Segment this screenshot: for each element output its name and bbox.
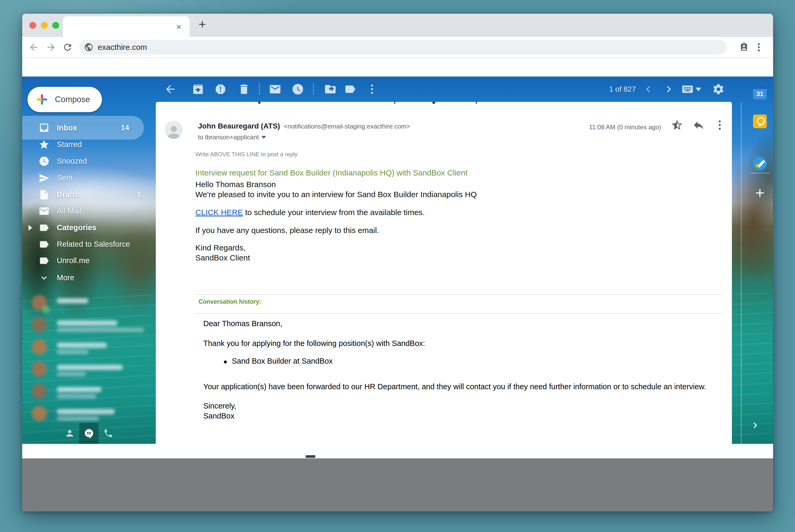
message-time: 11:08 AM (0 minutes ago) [589,124,661,131]
expand-panel-icon[interactable] [749,420,761,431]
history-line2: Your application(s) have been forwarded … [203,382,706,391]
site-globe-icon [84,42,93,52]
calendar-icon[interactable]: 31 [753,86,767,99]
clipped-text-fragment [394,102,395,104]
back-icon[interactable] [29,42,39,53]
reload-icon[interactable] [62,42,73,53]
avatar [32,339,47,355]
labels-icon[interactable] [344,83,356,96]
mark-unread-icon[interactable] [269,83,281,96]
send-icon [39,173,50,184]
draft-icon [39,189,50,200]
tab-close-icon[interactable]: × [174,22,184,32]
contact-row[interactable] [22,292,156,315]
browser-window: × + exacthire.com [22,14,773,511]
reply-icon[interactable] [692,119,705,131]
contact-row[interactable] [22,381,156,403]
email-card: John Beauregard (ATS) <notifications@ema… [156,102,732,444]
message-more-icon[interactable] [714,119,726,131]
history-closing2: SandBox [203,412,235,420]
tree-silhouette [746,129,773,224]
compose-plus-icon [36,93,48,106]
email-closing2: SandBox Client [196,253,250,262]
expand-arrow-icon[interactable] [29,225,32,231]
clock-icon [39,156,50,167]
email-line2: If you have any questions, please reply … [196,226,379,235]
reply-hint: Write ABOVE THIS LINE to post a reply [196,151,298,158]
new-tab-button[interactable]: + [196,17,209,31]
recipient-line[interactable]: to tbranson+applicant [198,134,266,141]
star-icon [39,139,50,150]
input-tools-icon[interactable] [681,83,694,96]
zoom-window-button[interactable] [52,22,59,29]
sender-avatar[interactable] [165,121,183,139]
sidebar-item-sent[interactable]: Sent [22,170,156,186]
input-tools-dropdown-icon[interactable] [696,88,701,91]
sender-email: <notifications@email-staging.exacthire.c… [284,123,410,130]
keep-icon[interactable] [753,115,767,128]
compose-button[interactable]: Compose [27,87,102,112]
contact-row[interactable] [22,315,156,337]
sidebar-item-drafts[interactable]: Drafts 5 [22,186,156,203]
avatar [32,384,47,399]
more-actions-icon[interactable] [366,83,378,96]
scrollbar-gutter[interactable] [741,102,742,444]
hangouts-tab[interactable] [79,423,98,444]
history-line1: Thank you for applying for the following… [203,339,425,348]
back-to-inbox-icon[interactable] [164,83,177,96]
details-caret-icon[interactable] [261,136,266,139]
settings-gear-icon[interactable] [712,83,725,96]
contact-row[interactable] [22,359,156,381]
chevron-down-icon [39,272,50,283]
newer-conversation-icon[interactable] [642,83,654,96]
sidebar-item-all-mail[interactable]: All Mail [22,203,156,219]
online-status-dot [43,306,49,312]
phone-icon [103,428,113,438]
compose-label: Compose [55,95,90,104]
avatar [32,317,47,332]
email-link-line: CLICK HERE to schedule your interview fr… [196,208,425,217]
browser-tab[interactable]: × [63,16,189,37]
sender-name: John Beauregard (ATS) [198,122,280,130]
add-addon-icon[interactable]: + [753,184,767,202]
clipped-text-fragment [476,102,477,104]
forward-icon[interactable] [46,42,56,53]
older-conversation-icon[interactable] [663,83,675,96]
archive-icon[interactable] [192,83,204,96]
schedule-interview-link[interactable]: CLICK HERE [196,208,243,217]
delete-icon[interactable] [238,83,250,96]
contacts-tab[interactable] [60,423,79,444]
phone-tab[interactable] [98,423,118,444]
unrendered-page-area [22,458,773,511]
sidebar-item-snoozed[interactable]: Snoozed [22,153,156,169]
contact-row[interactable] [22,337,156,359]
star-message-icon[interactable] [671,119,683,131]
browser-toolbar: exacthire.com [22,37,773,58]
browser-menu-icon[interactable] [754,42,764,53]
sidebar-item-unrollme[interactable]: Unroll.me [22,252,156,269]
pagination-label: 1 of 827 [609,85,636,93]
move-to-icon[interactable] [324,83,337,96]
contact-row[interactable] [22,403,156,425]
minimize-window-button[interactable] [41,22,48,29]
report-spam-icon[interactable] [214,83,227,96]
inbox-icon [39,122,50,133]
avatar [32,362,47,377]
close-window-button[interactable] [29,22,36,29]
gmail-app: 1 of 827 [22,77,773,444]
inbox-count: 14 [121,124,129,132]
web-page: 1 of 827 [22,58,773,511]
sidebar-item-related-to-salesforce[interactable]: Related to Salesforce [22,236,156,252]
tab-strip: × + [22,14,773,37]
url-bar[interactable]: exacthire.com [79,40,727,55]
desktop: × + exacthire.com [0,0,795,532]
snooze-icon[interactable] [292,83,304,96]
sidebar-item-categories[interactable]: Categories [22,219,156,236]
conversation-history-label: Conversation history: [199,298,261,305]
sidebar-item-more[interactable]: More [22,269,156,286]
tasks-icon[interactable] [753,157,767,170]
browser-profile-icon[interactable] [738,42,749,53]
clipped-text-fragment [258,102,260,104]
sidebar-item-starred[interactable]: Starred [22,136,156,153]
label-icon [39,255,50,266]
